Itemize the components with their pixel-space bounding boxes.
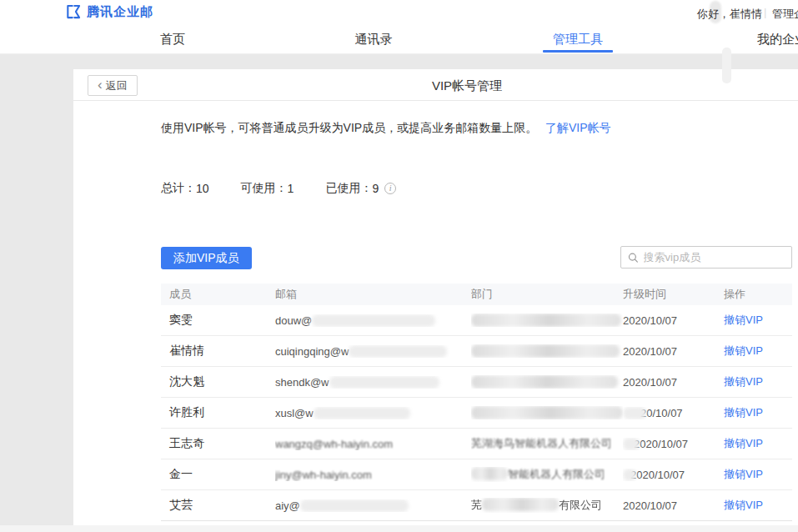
col-header-upgrade-time: 升级时间	[623, 287, 724, 302]
redacted-email	[312, 314, 435, 327]
search-input[interactable]	[644, 251, 785, 263]
vertical-scrollbar-thumb[interactable]	[722, 48, 731, 83]
member-department	[471, 344, 623, 358]
redacted-email	[329, 376, 439, 389]
email-text: xusl@w	[275, 407, 314, 419]
search-icon	[628, 252, 639, 263]
redacted-department	[471, 314, 621, 327]
topbar-divider: |	[764, 6, 766, 18]
email-text: wangzq@wh-haiyin.com	[275, 438, 393, 450]
member-email: xusl@w	[275, 407, 471, 419]
upgrade-date: 2020/10/07	[623, 469, 724, 481]
member-name: 许胜利	[161, 405, 275, 420]
revoke-vip-link[interactable]: 撤销VIP	[724, 499, 763, 511]
col-header-email: 邮箱	[275, 287, 471, 302]
vip-stats: 总计： 10 可使用： 1 已使用： 9 i	[161, 181, 428, 196]
redacted-department	[471, 467, 508, 480]
email-text: cuiqingqing@w	[275, 345, 349, 358]
vip-description: 使用VIP帐号，可将普通成员升级为VIP成员，或提高业务邮箱数量上限。 了解VI…	[161, 121, 611, 136]
redacted-email	[349, 345, 447, 358]
redacted-department	[482, 498, 559, 511]
member-email: douw@	[275, 314, 471, 327]
horizontal-scrollbar-track[interactable]	[0, 525, 798, 532]
email-text: shendk@w	[275, 376, 329, 389]
tab-admin-tools[interactable]: 管理工具	[553, 32, 603, 48]
stat-total-value: 10	[196, 182, 209, 195]
table-header-row: 成员 邮箱 部门 升级时间 操作	[161, 284, 792, 305]
chevron-left-icon: ‹	[98, 78, 103, 92]
member-department: 芜有限公司	[471, 498, 623, 513]
action-cell: 撤销VIP	[724, 467, 784, 482]
revoke-vip-link[interactable]: 撤销VIP	[724, 314, 763, 326]
member-department	[471, 375, 623, 389]
back-button[interactable]: ‹ 返回	[88, 75, 138, 96]
redacted-date	[623, 407, 646, 419]
panel-header: ‹ 返回 VIP帐号管理	[73, 69, 798, 101]
member-email: jiny@wh-haiyin.com	[275, 469, 471, 481]
redacted-department	[471, 375, 618, 389]
description-text: 使用VIP帐号，可将普通成员升级为VIP成员，或提高业务邮箱数量上限。	[161, 121, 537, 134]
table-row: 艾芸 aiy@ 芜有限公司 2020/10/07 撤销VIP	[161, 490, 792, 521]
action-cell: 撤销VIP	[724, 498, 784, 513]
table-row: 金一 jiny@wh-haiyin.com 智能机器人有限公司 2020/10/…	[161, 459, 792, 490]
member-email: cuiqingqing@w	[275, 345, 471, 358]
email-text: aiy@	[275, 499, 300, 512]
tab-home[interactable]: 首页	[160, 32, 185, 48]
tab-contacts[interactable]: 通讯录	[355, 32, 393, 48]
revoke-vip-link[interactable]: 撤销VIP	[724, 375, 763, 388]
search-box	[620, 246, 792, 269]
member-name: 沈大魁	[161, 374, 275, 389]
upgrade-date: 2020/10/07	[623, 438, 724, 450]
department-text: 智能机器人有限公司	[508, 468, 605, 480]
redacted-department	[471, 344, 620, 358]
info-icon[interactable]: i	[384, 183, 396, 194]
app-logo[interactable]: 腾讯企业邮	[65, 3, 153, 20]
user-greeting: 你好，崔情情	[697, 7, 762, 22]
member-name: 崔情情	[161, 344, 275, 359]
redacted-date	[623, 469, 636, 481]
revoke-vip-link[interactable]: 撤销VIP	[724, 437, 763, 449]
redacted-email	[300, 499, 409, 512]
redacted-email	[314, 407, 410, 419]
date-text: 2020/10/07	[634, 438, 688, 450]
active-tab-underline	[543, 50, 613, 53]
col-header-member: 成员	[161, 287, 275, 302]
stat-total-label: 总计：	[161, 181, 196, 196]
email-text: jiny@wh-haiyin.com	[275, 469, 372, 481]
add-vip-member-button[interactable]: 添加VIP成员	[161, 247, 252, 269]
table-row: 沈大魁 shendk@w 2020/10/07 撤销VIP	[161, 367, 792, 398]
revoke-vip-link[interactable]: 撤销VIP	[724, 468, 763, 480]
revoke-vip-link[interactable]: 撤销VIP	[724, 406, 763, 419]
tab-my-company[interactable]: 我的企业	[757, 32, 798, 48]
col-header-department: 部门	[471, 287, 623, 302]
upgrade-date: 2020/10/07	[623, 345, 724, 358]
upgrade-date: 20/10/07	[623, 407, 724, 419]
admin-console-link[interactable]: 管理企	[772, 7, 798, 22]
department-text-suffix: 有限公司	[559, 499, 602, 511]
member-department	[471, 406, 623, 419]
exmail-logo-icon	[65, 3, 82, 20]
stat-available-value: 1	[288, 182, 294, 195]
upgrade-date: 2020/10/07	[623, 499, 724, 512]
back-button-label: 返回	[106, 78, 128, 93]
action-cell: 撤销VIP	[724, 313, 784, 328]
action-cell: 撤销VIP	[724, 344, 784, 359]
revoke-vip-link[interactable]: 撤销VIP	[724, 344, 763, 357]
stat-total: 总计： 10	[161, 181, 209, 196]
member-name: 窦雯	[161, 313, 275, 328]
col-header-action: 操作	[724, 287, 784, 302]
table-row: 窦雯 douw@ 2020/10/07 撤销VIP	[161, 305, 792, 336]
department-text-prefix: 芜	[471, 499, 482, 511]
redacted-date	[623, 438, 640, 450]
action-cell: 撤销VIP	[724, 405, 784, 420]
learn-vip-link[interactable]: 了解VIP帐号	[545, 121, 611, 134]
member-department: 智能机器人有限公司	[471, 467, 623, 482]
action-cell: 撤销VIP	[724, 436, 784, 451]
upgrade-date: 2020/10/07	[623, 314, 724, 327]
action-cell: 撤销VIP	[724, 374, 784, 389]
topbar: 腾讯企业邮 你好，崔情情 | 管理企	[0, 0, 798, 25]
table-row: 王志奇 wangzq@wh-haiyin.com 芜湖海鸟智能机器人有限公司 2…	[161, 429, 792, 459]
table-row: 许胜利 xusl@w 20/10/07 撤销VIP	[161, 398, 792, 429]
date-text: 20/10/07	[640, 407, 683, 419]
member-department: 芜湖海鸟智能机器人有限公司	[471, 436, 623, 451]
